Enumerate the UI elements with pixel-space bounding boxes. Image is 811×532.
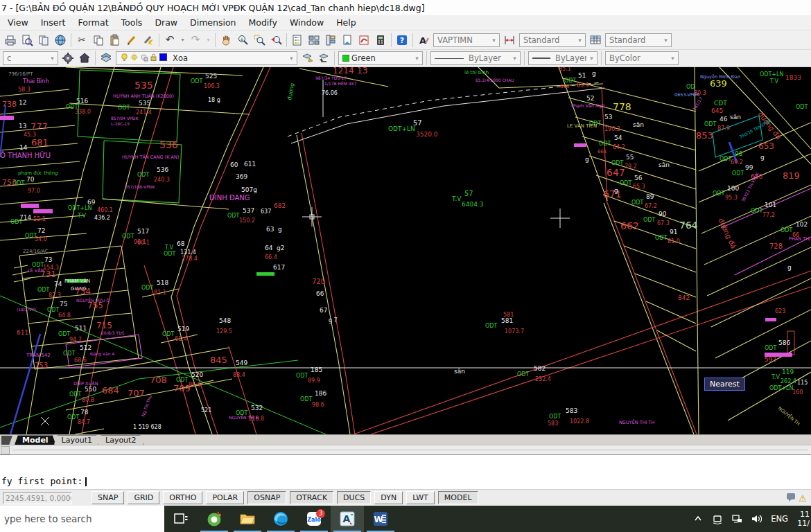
lineweight-combo[interactable]: ByLayer ▾ (528, 51, 598, 65)
layer-freeze-vp-icon[interactable] (139, 53, 148, 64)
copy-button[interactable] (90, 32, 107, 48)
scrollbar-track[interactable] (12, 449, 808, 451)
menu-insert[interactable]: Insert (35, 16, 72, 29)
layer-combo[interactable]: Xoa ▾ (116, 51, 297, 65)
workspace-combo[interactable]: c ▾ (3, 51, 58, 65)
tab-navigation-icon[interactable] (1, 436, 12, 445)
coordinates-display[interactable]: 2245.4591, 0.0000 (3, 492, 72, 504)
tool-palettes-button[interactable] (322, 32, 339, 48)
drawing-area[interactable]: 796/16/PTThai Bình58.373812ODT516338.053… (0, 67, 811, 434)
text-style-button[interactable]: A (415, 32, 432, 48)
status-toggle-lwt[interactable]: LWT (406, 491, 435, 504)
status-toggle-dyn[interactable]: DYN (374, 491, 403, 504)
taskbar-app-edge[interactable] (264, 506, 297, 532)
dim-style-combo[interactable]: Standard ▾ (519, 33, 586, 47)
taskbar-app-explorer[interactable] (231, 506, 264, 532)
properties-button[interactable] (289, 32, 306, 48)
chevron-up-icon[interactable] (690, 511, 706, 527)
zoom-previous-button[interactable] (268, 32, 284, 48)
markup-button[interactable] (356, 32, 372, 48)
zoom-realtime-button[interactable]: ± (234, 32, 251, 48)
web-button[interactable] (52, 32, 69, 48)
status-toggle-osnap[interactable]: OSNAP (247, 491, 286, 504)
text-style-combo[interactable]: VAPTIMN ▾ (433, 33, 500, 47)
menu-draw[interactable]: Draw (148, 16, 184, 29)
layer-lock-icon[interactable] (149, 53, 158, 64)
help-button[interactable]: ? (394, 32, 410, 48)
chevron-down-icon[interactable]: ▾ (586, 55, 597, 62)
taskbar-app-coccoc[interactable] (198, 506, 231, 532)
layer-previous-button[interactable] (315, 50, 332, 66)
workspace-settings-button[interactable] (60, 50, 76, 66)
trusted-dwg-warning-icon[interactable]: ⚠ (799, 491, 807, 504)
menu-window[interactable]: Window (284, 16, 330, 29)
chevron-down-icon[interactable]: ▾ (668, 55, 678, 62)
plotstyle-combo[interactable]: ByColor ▾ (605, 51, 679, 65)
dim-style-button[interactable] (501, 32, 518, 48)
status-toggle-snap[interactable]: SNAP (91, 491, 124, 504)
color-combo[interactable]: Green ▾ (338, 51, 423, 65)
cut-button[interactable]: ✂ (73, 32, 90, 48)
chevron-down-icon[interactable]: ▾ (47, 55, 58, 62)
zoom-window-button[interactable] (251, 32, 268, 48)
tab-model[interactable]: Model (15, 435, 56, 445)
publish-button[interactable] (35, 32, 52, 48)
taskbar-clock[interactable]: 11 11/ (794, 510, 810, 528)
taskbar-app-zalo[interactable]: Zalo3 (297, 506, 331, 532)
command-window[interactable]: fy first point: (0, 454, 811, 489)
table-style-button[interactable] (587, 32, 604, 48)
my-workspace-button[interactable] (76, 50, 93, 66)
chevron-down-icon[interactable]: ▾ (509, 55, 520, 62)
taskbar-app-word[interactable]: W (364, 506, 397, 532)
status-toggle-model[interactable]: MODEL (438, 491, 478, 504)
layer-on-icon[interactable] (120, 53, 129, 64)
undo-dropdown-icon[interactable]: ▾ (178, 32, 187, 48)
scrollbar-thumb[interactable] (1, 446, 10, 454)
linetype-combo[interactable]: ByLayer ▾ (430, 51, 521, 65)
status-toggle-polar[interactable]: POLAR (206, 491, 244, 504)
communication-center-icon[interactable] (785, 491, 796, 505)
speaker-icon[interactable] (748, 511, 765, 527)
layer-swatch-icon[interactable] (159, 53, 168, 64)
tablet-mode-icon[interactable] (709, 511, 726, 527)
tab-layout2[interactable]: Layout2 (98, 435, 143, 445)
pan-button[interactable] (218, 32, 234, 48)
table-style-combo[interactable]: Standard ▾ (605, 33, 672, 47)
redo-dropdown-icon[interactable]: ▾ (204, 32, 213, 48)
chevron-down-icon[interactable]: ▾ (489, 37, 499, 44)
sheet-set-button[interactable] (339, 32, 356, 48)
undo-button[interactable]: ↶ (162, 32, 178, 48)
taskbar-app-task-view[interactable] (164, 506, 198, 532)
plot-button[interactable] (2, 32, 19, 48)
menu-format[interactable]: Format (72, 16, 115, 29)
command-prompt-line[interactable]: fy first point: (1, 475, 810, 487)
menu-help[interactable]: Help (330, 16, 363, 29)
menu-tools[interactable]: Tools (115, 16, 149, 29)
make-object-layer-current-button[interactable] (299, 50, 315, 66)
status-toggle-grid[interactable]: GRID (128, 491, 159, 504)
match-properties-button[interactable] (140, 32, 157, 48)
print-preview-button[interactable] (19, 32, 35, 48)
paste-button[interactable] (107, 32, 123, 48)
h-scrollbar[interactable] (0, 445, 811, 454)
network-icon[interactable] (729, 511, 745, 527)
status-toggle-ortho[interactable]: ORTHO (163, 491, 202, 504)
chevron-down-icon[interactable]: ▾ (286, 55, 297, 62)
design-center-button[interactable] (306, 32, 322, 48)
layer-freeze-icon[interactable] (130, 53, 139, 64)
menu-dimension[interactable]: Dimension (184, 16, 242, 29)
chevron-down-icon[interactable]: ▾ (412, 55, 422, 62)
status-toggle-otrack[interactable]: OTRACK (290, 491, 333, 504)
menu-modify[interactable]: Modify (243, 16, 284, 29)
layer-properties-button[interactable] (98, 50, 114, 66)
calculator-button[interactable] (372, 32, 389, 48)
taskbar-search[interactable]: ype here to search (0, 506, 164, 532)
chevron-down-icon[interactable]: ▾ (575, 37, 585, 44)
redo-button[interactable]: ↷ (187, 32, 204, 48)
pencil-button[interactable] (123, 32, 140, 48)
status-toggle-ducs[interactable]: DUCS (337, 491, 371, 504)
taskbar-app-autocad[interactable]: A (331, 506, 364, 532)
language-indicator[interactable]: ENG (767, 514, 792, 524)
tab-layout1[interactable]: Layout1 (54, 435, 100, 445)
menu-view[interactable]: View (1, 16, 35, 29)
